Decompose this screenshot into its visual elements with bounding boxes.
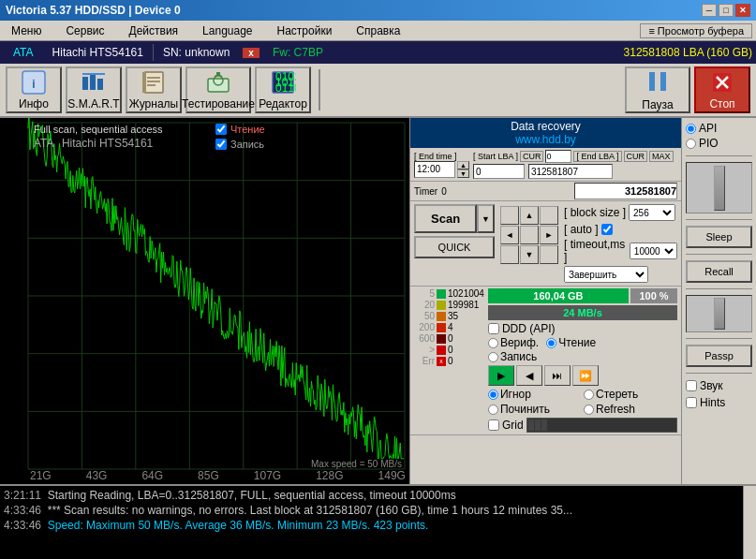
read-checkbox[interactable] <box>215 124 227 135</box>
refresh-radio[interactable] <box>584 405 594 415</box>
fix-radio[interactable] <box>488 405 498 415</box>
dpad-down[interactable]: ▼ <box>520 245 539 264</box>
main-content: 66 57 38 19 9.5 3 Full scan, sequential … <box>0 118 756 484</box>
verify-option[interactable]: Вериф. <box>488 336 539 349</box>
next-btn[interactable]: ⏩ <box>572 365 599 386</box>
right-panel: Data recovery www.hdd.by [ End time ] ▲ … <box>409 118 681 484</box>
dpad-right[interactable]: ► <box>540 226 558 244</box>
fr-slider1[interactable] <box>686 162 752 213</box>
dpad-empty-bl <box>500 245 519 264</box>
slider-handle2[interactable] <box>714 298 725 330</box>
time-up-btn[interactable]: ▲ <box>457 161 469 169</box>
sound-checkbox[interactable] <box>686 380 697 391</box>
svg-text:i: i <box>32 78 35 91</box>
hints-option[interactable]: Hints <box>686 396 752 409</box>
write-option[interactable]: Запись <box>488 350 677 363</box>
menu-help[interactable]: Справка <box>348 22 408 39</box>
bc-row-1: 20 199981 <box>414 300 484 310</box>
drivebar-close[interactable]: x <box>243 48 259 58</box>
quick-button[interactable]: QUICK <box>414 236 495 258</box>
ignore-radio[interactable] <box>488 390 498 400</box>
api-radio[interactable] <box>686 124 696 134</box>
start-lba-input[interactable] <box>473 164 525 179</box>
fr-sep6 <box>686 373 752 374</box>
read-option[interactable]: Чтение <box>546 336 596 349</box>
bc-color-4 <box>437 334 446 344</box>
svg-rect-2 <box>82 77 88 90</box>
menu-service[interactable]: Сервис <box>58 22 111 39</box>
block-size-select[interactable]: 256 <box>629 204 675 221</box>
ignore-option[interactable]: Игнор <box>488 388 582 401</box>
sound-option[interactable]: Звук <box>686 379 752 392</box>
back-btn[interactable]: ◀ <box>516 365 542 386</box>
info-button[interactable]: i Инфо <box>6 66 62 113</box>
erase-option[interactable]: Стереть <box>584 388 677 401</box>
max-speed-label: Max speed = 50 MB/s <box>311 459 402 469</box>
fr-sep3 <box>686 254 752 255</box>
slider-handle1[interactable] <box>714 166 725 211</box>
recall-button[interactable]: Recall <box>686 260 752 283</box>
write-radio[interactable] <box>488 352 498 362</box>
test-button[interactable]: Тестирование <box>185 66 251 113</box>
auto-checkbox[interactable] <box>601 224 613 235</box>
menu-settings[interactable]: Настройки <box>270 22 340 39</box>
hints-checkbox[interactable] <box>686 397 697 408</box>
passp-button[interactable]: Passp <box>686 345 752 367</box>
read-legend: Чтение <box>230 124 265 135</box>
buffer-button[interactable]: ≡ Просмотр буфера <box>640 23 752 38</box>
menu-menu[interactable]: Меню <box>4 22 49 39</box>
api-option[interactable]: API <box>686 122 752 135</box>
stop-button[interactable]: Стоп <box>694 66 750 113</box>
ddd-option[interactable]: DDD (API) <box>488 322 677 335</box>
pio-option[interactable]: PIO <box>686 137 752 150</box>
read-radio[interactable] <box>546 338 556 348</box>
maximize-button[interactable]: □ <box>719 4 734 17</box>
svg-text:0110: 0110 <box>275 81 296 95</box>
skip-end-btn[interactable]: ⏭ <box>544 365 571 386</box>
pio-radio[interactable] <box>686 139 696 149</box>
smart-button[interactable]: S.M.A.R.T <box>66 66 122 113</box>
fr-slider2[interactable] <box>686 295 752 332</box>
speed-box: 24 MB/s <box>488 305 677 320</box>
erase-radio[interactable] <box>584 390 594 400</box>
play-btn[interactable]: ▶ <box>488 365 514 386</box>
bc-row-3: 200 4 <box>414 322 484 332</box>
end-time-input[interactable] <box>414 161 455 178</box>
block-size-label: [ block size ] <box>564 206 626 219</box>
scan-dropdown-btn[interactable]: ▼ <box>477 204 495 233</box>
timeout-label: [ timeout,ms ] <box>564 238 627 264</box>
minimize-button[interactable]: ─ <box>702 4 717 17</box>
verify-radio[interactable] <box>488 338 498 348</box>
dpad-left[interactable]: ◄ <box>500 226 519 244</box>
ddd-checkbox[interactable] <box>488 323 499 334</box>
timeout-select[interactable]: 10000 <box>630 243 677 259</box>
block-config: [ block size ] 256 [ auto ] [ timeout,ms… <box>564 204 677 283</box>
end-lba-input[interactable] <box>528 164 613 179</box>
journals-button[interactable]: Журналы <box>126 66 182 113</box>
dpad-up[interactable]: ▲ <box>520 206 539 225</box>
log-scrollbar[interactable] <box>743 486 756 559</box>
dpad-empty-br <box>540 245 558 264</box>
dr-line1: Data recovery <box>418 120 674 133</box>
editor-button[interactable]: 0101 1011 0110 Редактор <box>255 66 311 113</box>
finish-select[interactable]: Завершить <box>564 266 648 283</box>
cur-start-input[interactable] <box>545 150 571 163</box>
time-down-btn[interactable]: ▼ <box>457 169 469 178</box>
scan-button[interactable]: Scan <box>414 204 477 233</box>
pause-button[interactable]: Пауза <box>625 66 690 113</box>
current-lba-display[interactable] <box>574 183 677 199</box>
fix-option[interactable]: Починить <box>488 403 582 416</box>
log-line-0: 3:21:11 Starting Reading, LBA=0..3125818… <box>4 488 739 503</box>
close-button[interactable]: ✕ <box>735 4 750 17</box>
dpad-empty-tl <box>500 206 519 225</box>
grid-checkbox[interactable] <box>488 419 499 431</box>
menu-language[interactable]: Language <box>195 22 259 39</box>
bc-err-color: x <box>437 357 446 366</box>
refresh-option[interactable]: Refresh <box>584 403 677 416</box>
sleep-button[interactable]: Sleep <box>686 226 752 248</box>
write-legend: Запись <box>230 139 264 150</box>
drivebar-ata: ATA <box>4 44 43 61</box>
bc-color-2 <box>437 312 446 321</box>
write-checkbox[interactable] <box>215 139 227 150</box>
menu-actions[interactable]: Действия <box>122 22 186 39</box>
